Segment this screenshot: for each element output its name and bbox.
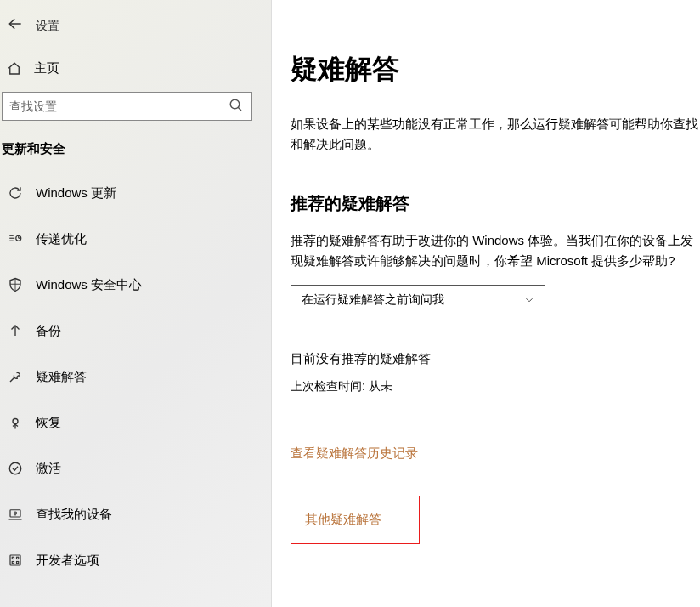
nav-label: 查找我的设备: [36, 507, 112, 523]
nav-label: 传递优化: [36, 231, 87, 247]
nav-label: Windows 更新: [36, 185, 116, 201]
svg-rect-24: [17, 557, 19, 559]
sidebar-item-backup[interactable]: 备份: [0, 314, 271, 348]
search-input[interactable]: [2, 92, 252, 121]
dev-icon: [7, 552, 24, 569]
delivery-icon: [7, 230, 24, 247]
last-check-time: 上次检查时间: 从未: [291, 379, 700, 394]
svg-point-1: [230, 99, 240, 109]
home-label: 主页: [34, 60, 59, 77]
frequency-dropdown-wrap: 在运行疑难解答之前询问我: [291, 285, 545, 315]
search-container: [0, 92, 271, 121]
svg-point-17: [9, 462, 21, 474]
other-troubleshoot-title: 其他疑难解答: [305, 512, 381, 526]
sidebar-item-delivery[interactable]: 传递优化: [0, 222, 271, 256]
main-content: 疑难解答 如果设备上的某些功能没有正常工作，那么运行疑难解答可能帮助你查找和解决…: [272, 0, 700, 607]
no-recommend-status: 目前没有推荐的疑难解答: [291, 351, 700, 367]
shield-icon: [7, 276, 24, 293]
nav-list: Windows 更新 传递优化 Windows 安全中心: [0, 176, 271, 577]
recover-icon: [7, 414, 24, 431]
svg-line-12: [10, 378, 14, 383]
recommend-heading: 推荐的疑难解答: [291, 192, 700, 215]
activate-icon: [7, 460, 24, 477]
findmy-icon: [7, 506, 24, 523]
other-troubleshoot-box[interactable]: 其他疑难解答: [291, 496, 420, 544]
sidebar-item-findmy[interactable]: 查找我的设备: [0, 497, 271, 531]
recommend-description: 推荐的疑难解答有助于改进你的 Windows 体验。当我们在你的设备上发现疑难解…: [291, 230, 700, 271]
sidebar-item-activation[interactable]: 激活: [0, 451, 271, 485]
frequency-dropdown[interactable]: 在运行疑难解答之前询问我: [291, 285, 545, 315]
sidebar-item-developers[interactable]: 开发者选项: [0, 543, 271, 577]
svg-rect-23: [12, 557, 14, 559]
svg-rect-26: [17, 562, 19, 564]
svg-point-20: [14, 512, 17, 514]
nav-label: 疑难解答: [36, 369, 87, 385]
nav-label: 备份: [36, 323, 61, 339]
nav-label: 恢复: [36, 415, 61, 431]
svg-rect-18: [10, 510, 20, 517]
history-link[interactable]: 查看疑难解答历史记录: [291, 445, 418, 462]
sidebar-item-home[interactable]: 主页: [0, 52, 271, 92]
intro-text: 如果设备上的某些功能没有正常工作，那么运行疑难解答可能帮助你查找和解决此问题。: [291, 114, 700, 155]
back-button[interactable]: [7, 15, 24, 37]
svg-line-2: [238, 107, 241, 111]
svg-rect-25: [12, 562, 14, 564]
settings-title: 设置: [36, 19, 59, 34]
back-arrow-icon: [7, 17, 24, 36]
dropdown-value: 在运行疑难解答之前询问我: [302, 292, 444, 308]
sync-icon: [7, 184, 24, 201]
svg-point-13: [13, 419, 18, 424]
nav-label: 开发者选项: [36, 553, 99, 569]
category-header: 更新和安全: [0, 141, 271, 167]
sidebar-item-windows-update[interactable]: Windows 更新: [0, 176, 271, 210]
search-icon: [229, 98, 244, 116]
sidebar: 设置 主页 更新和安全 Windows 更新: [0, 0, 272, 607]
page-title: 疑难解答: [291, 51, 700, 88]
header-row: 设置: [0, 0, 271, 52]
nav-label: Windows 安全中心: [36, 277, 142, 293]
home-icon: [7, 61, 22, 77]
sidebar-item-troubleshoot[interactable]: 疑难解答: [0, 360, 271, 394]
sidebar-item-security[interactable]: Windows 安全中心: [0, 268, 271, 302]
nav-label: 激活: [36, 461, 61, 477]
backup-icon: [7, 322, 24, 339]
sidebar-item-recovery[interactable]: 恢复: [0, 406, 271, 440]
troubleshoot-icon: [7, 368, 24, 385]
